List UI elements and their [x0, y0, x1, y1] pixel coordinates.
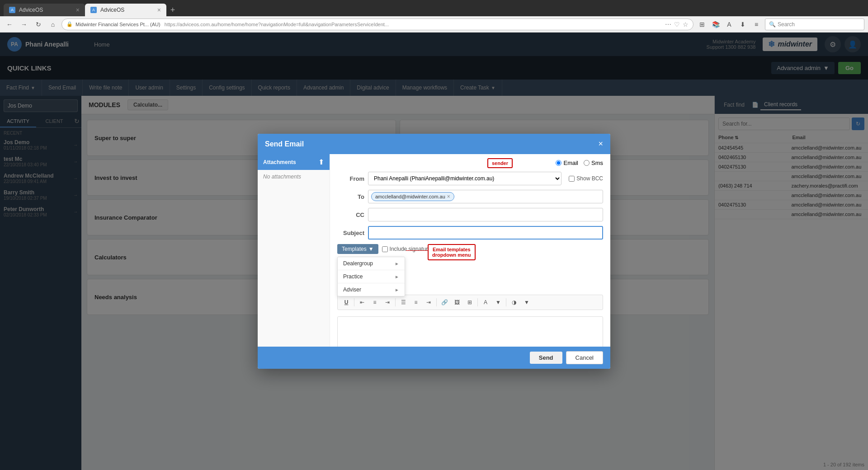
indent-button[interactable]: ⇥	[423, 297, 434, 308]
remove-email-button[interactable]: ×	[447, 193, 450, 200]
practice-arrow-icon: ►	[395, 274, 399, 279]
subject-label: Subject	[337, 230, 364, 236]
modal-header: Send Email ×	[258, 134, 610, 154]
show-bcc-checkbox[interactable]	[569, 176, 575, 182]
unordered-list-button[interactable]: ☰	[397, 297, 409, 308]
browser-tab-1[interactable]: A AdviceOS ×	[4, 4, 85, 16]
tab-label-2: AdviceOS	[100, 7, 124, 13]
send-email-modal: Send Email × Attachments ⬆ No attachment…	[258, 134, 610, 369]
to-email-tag: amcclelland@midwinter.com.au ×	[371, 192, 454, 201]
modal-body: Attachments ⬆ No attachments Email Sms	[258, 154, 610, 347]
bookmark-icon[interactable]: 📚	[710, 19, 722, 30]
adviser-menu-item[interactable]: Adviser ►	[338, 283, 405, 296]
bookmark-heart-icon[interactable]: ♡	[674, 21, 680, 28]
to-row: To amcclelland@midwinter.com.au ×	[337, 190, 603, 203]
image-button[interactable]: 🖼	[451, 297, 463, 308]
templates-arrow-icon: ▼	[368, 246, 374, 252]
to-label: To	[337, 193, 364, 200]
dealergroup-menu-item[interactable]: Dealergroup ►	[338, 257, 405, 270]
attachments-header: Attachments ⬆	[258, 154, 330, 170]
cc-row: CC	[337, 208, 603, 221]
templates-section: Templates ▼ Include signature Dealergrou…	[337, 244, 603, 254]
link-button[interactable]: 🔗	[439, 297, 450, 308]
ordered-list-button[interactable]: ≡	[410, 297, 422, 308]
tab-close-1[interactable]: ×	[76, 6, 80, 14]
subject-row: Subject	[337, 226, 603, 240]
align-left-button[interactable]: ⇤	[356, 297, 368, 308]
back-button[interactable]: ←	[4, 19, 15, 30]
align-right-button[interactable]: ⇥	[382, 297, 393, 308]
secure-icon: 🔒	[66, 21, 73, 27]
include-signature-group: Include signature	[382, 246, 431, 252]
downloads-icon[interactable]: ⬇	[737, 19, 749, 30]
templates-dropdown: Dealergroup ► Practice ► Adviser ►	[337, 257, 405, 296]
browser-toolbar: ← → ↻ ⌂ 🔒 Midwinter Financial Services P…	[0, 16, 868, 33]
browser-search-bar[interactable]: 🔍 Search	[765, 19, 864, 30]
forward-button[interactable]: →	[18, 19, 30, 30]
browser-tabs: A AdviceOS × A AdviceOS × +	[0, 0, 868, 16]
email-label: Email	[563, 160, 578, 166]
subject-input[interactable]	[368, 226, 603, 240]
extensions-icon[interactable]: ⊞	[696, 19, 708, 30]
modal-attachments-panel: Attachments ⬆ No attachments	[258, 154, 330, 347]
cc-label: CC	[337, 212, 364, 218]
sms-radio[interactable]	[584, 160, 590, 166]
templates-button[interactable]: Templates ▼	[337, 244, 378, 254]
star-icon[interactable]: ☆	[683, 21, 689, 28]
cc-input[interactable]	[368, 208, 603, 221]
cancel-button[interactable]: Cancel	[566, 351, 603, 364]
favicon-2: A	[90, 7, 97, 13]
browser-toolbar-icons: ⊞ 📚 A ⬇ ≡	[696, 19, 762, 30]
underline-button[interactable]: U	[340, 297, 352, 308]
account-icon[interactable]: A	[723, 19, 735, 30]
font-color-button[interactable]: A	[480, 297, 491, 308]
toolbar-sep-3	[436, 298, 437, 306]
upload-icon[interactable]: ⬆	[318, 158, 324, 166]
adviser-arrow-icon: ►	[395, 287, 399, 292]
new-tab-button[interactable]: +	[166, 4, 179, 16]
email-templates-annotation: Email templatesdropdown menu	[428, 244, 476, 260]
no-attachments-text: No attachments	[258, 170, 330, 183]
from-row: From Phani Anepalli (PhaniAnepalli@midwi…	[337, 172, 603, 185]
show-bcc-label: Show BCC	[576, 175, 603, 182]
from-select[interactable]: Phani Anepalli (PhaniAnepalli@midwinter.…	[368, 172, 561, 185]
table-button[interactable]: ⊞	[464, 297, 476, 308]
editor-toolbar: U ⇤ ≡ ⇥ ☰ ≡ ⇥ 🔗 🖼 ⊞ A ▼	[337, 295, 603, 310]
sms-radio-group: Sms	[584, 160, 603, 166]
address-bar[interactable]: 🔒 Midwinter Financial Services Pt... (AU…	[61, 19, 693, 30]
align-center-button[interactable]: ≡	[369, 297, 381, 308]
search-icon: 🔍	[769, 21, 776, 28]
email-radio-group: Email	[556, 160, 578, 166]
toolbar-sep-5	[506, 298, 506, 306]
annotation-line	[406, 250, 428, 251]
email-sms-toggle: Email Sms	[337, 160, 603, 166]
font-color-arrow[interactable]: ▼	[492, 297, 504, 308]
refresh-button[interactable]: ↻	[33, 19, 44, 30]
include-signature-label: Include signature	[390, 246, 431, 252]
modal-title: Send Email	[265, 140, 304, 148]
modal-form: Email Sms From Phani Anepalli (PhaniAnep…	[330, 154, 610, 347]
address-menu-icon[interactable]: ⋯	[665, 21, 671, 28]
tab-close-2[interactable]: ×	[157, 6, 161, 14]
home-button[interactable]: ⌂	[47, 19, 59, 30]
tab-label-1: AdviceOS	[19, 7, 43, 13]
address-text: Midwinter Financial Services Pt... (AU) …	[75, 22, 662, 27]
include-signature-checkbox[interactable]	[382, 246, 388, 252]
toolbar-sep-1	[354, 298, 354, 306]
browser-chrome: A AdviceOS × A AdviceOS × + ← → ↻ ⌂ 🔒 Mi…	[0, 0, 868, 33]
email-radio[interactable]	[556, 160, 561, 166]
to-email-wrapper[interactable]: amcclelland@midwinter.com.au ×	[368, 190, 603, 203]
toolbar-sep-4	[477, 298, 478, 306]
attachments-title: Attachments	[263, 159, 296, 165]
menu-icon[interactable]: ≡	[750, 19, 762, 30]
bg-color-arrow[interactable]: ▼	[521, 297, 533, 308]
email-editor[interactable]	[337, 316, 603, 347]
modal-overlay: Send Email × Attachments ⬆ No attachment…	[0, 33, 868, 470]
bg-color-button[interactable]: ◑	[508, 297, 520, 308]
practice-menu-item[interactable]: Practice ►	[338, 270, 405, 283]
toolbar-sep-2	[395, 298, 396, 306]
send-button[interactable]: Send	[530, 352, 562, 364]
browser-tab-2[interactable]: A AdviceOS ×	[85, 4, 166, 16]
dealergroup-arrow-icon: ►	[395, 261, 399, 266]
modal-close-button[interactable]: ×	[598, 139, 603, 149]
